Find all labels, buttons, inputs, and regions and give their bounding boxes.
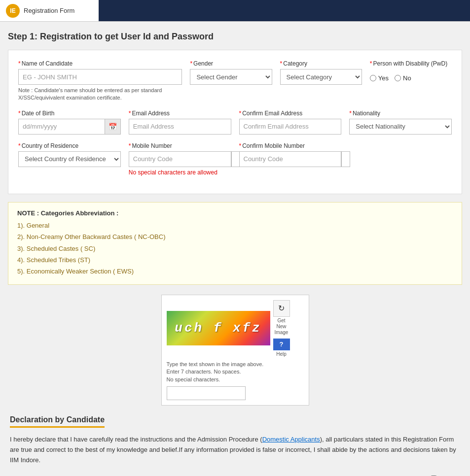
name-note: Note : Candidate's name should be entere… bbox=[18, 87, 182, 102]
captcha-actions: ↻ Get New Image ? Help bbox=[273, 300, 290, 357]
confirm-mobile-number-input[interactable] bbox=[341, 151, 350, 167]
confirm-email-input[interactable] bbox=[239, 119, 342, 135]
category-label: *Category bbox=[280, 60, 362, 67]
list-item: 1). General bbox=[17, 220, 453, 231]
domestic-applicants-link[interactable]: Domestic Applicants bbox=[262, 436, 320, 443]
name-input[interactable] bbox=[18, 69, 182, 85]
captcha-container: uch f xfz ↻ Get New Image ? Help Type th… bbox=[8, 295, 462, 406]
captcha-refresh-button[interactable]: ↻ bbox=[273, 300, 290, 317]
mobile-group: *Mobile Number No special characters are… bbox=[129, 142, 231, 176]
list-item: 3). Scheduled Castes ( SC) bbox=[17, 243, 453, 254]
confirm-mobile-label: *Confirm Mobile Number bbox=[239, 142, 342, 149]
pwd-no-label[interactable]: No bbox=[395, 74, 411, 82]
captcha-input[interactable] bbox=[167, 386, 246, 400]
email-group: *Email Address bbox=[129, 110, 231, 135]
pwd-no-radio[interactable] bbox=[395, 75, 401, 81]
mobile-label: *Mobile Number bbox=[129, 142, 231, 149]
nationality-select[interactable]: Select Nationality Indian Other bbox=[349, 119, 452, 135]
dob-group: *Date of Birth 📅 bbox=[18, 110, 121, 135]
dob-label: *Date of Birth bbox=[18, 110, 121, 117]
captcha-image: uch f xfz bbox=[167, 311, 270, 345]
note-header: NOTE : Categories Abbreviation : bbox=[17, 209, 453, 217]
captcha-box: uch f xfz ↻ Get New Image ? Help Type th… bbox=[161, 295, 309, 406]
dob-input[interactable] bbox=[18, 119, 105, 135]
name-group: *Name of Candidate Note : Candidate's na… bbox=[18, 60, 182, 102]
gender-group: *Gender Select Gender Male Female Transg… bbox=[190, 60, 272, 85]
calendar-icon[interactable]: 📅 bbox=[105, 119, 121, 135]
header: IE Registration Form bbox=[0, 0, 470, 22]
confirm-email-label: *Confirm Email Address bbox=[239, 110, 342, 117]
name-label: *Name of Candidate bbox=[18, 60, 182, 67]
country-residence-select[interactable]: Select Country of Residence bbox=[18, 151, 121, 167]
pwd-label: *Person with Disability (PwD) bbox=[370, 60, 452, 67]
country-residence-label: *Country of Residence bbox=[18, 142, 121, 149]
pwd-radio-group: Yes No bbox=[370, 71, 452, 87]
note-list: 1). General 2). Non-Creamy Other Backwar… bbox=[17, 220, 453, 277]
list-item: 2). Non-Creamy Other Backward Castes ( N… bbox=[17, 231, 453, 242]
registration-form: *Name of Candidate Note : Candidate's na… bbox=[8, 50, 462, 194]
nationality-label: *Nationality bbox=[349, 110, 452, 117]
declaration-section: Declaration by Candidate I hereby declar… bbox=[8, 415, 462, 476]
form-row-1: *Name of Candidate Note : Candidate's na… bbox=[18, 60, 452, 102]
captcha-help-button[interactable]: ? bbox=[273, 339, 290, 350]
list-item: 4). Scheduled Tribes (ST) bbox=[17, 254, 453, 266]
confirm-mobile-country-code-input[interactable] bbox=[239, 151, 342, 167]
note-box: NOTE : Categories Abbreviation : 1). Gen… bbox=[8, 202, 462, 285]
captcha-refresh-label: Get New Image bbox=[273, 318, 290, 336]
declaration-text: I hereby declare that I have carefully r… bbox=[10, 435, 460, 465]
mobile-country-code-input[interactable] bbox=[129, 151, 231, 167]
gender-label: *Gender bbox=[190, 60, 272, 67]
email-input[interactable] bbox=[129, 119, 231, 135]
country-residence-group: *Country of Residence Select Country of … bbox=[18, 142, 121, 167]
gender-select[interactable]: Select Gender Male Female Transgender bbox=[190, 69, 272, 85]
logo-area: IE Registration Form bbox=[0, 0, 99, 21]
mobile-input-row bbox=[129, 151, 231, 167]
captcha-image-row: uch f xfz ↻ Get New Image ? Help bbox=[167, 300, 304, 357]
confirm-email-group: *Confirm Email Address bbox=[239, 110, 342, 135]
confirm-mobile-group: *Confirm Mobile Number bbox=[239, 142, 342, 167]
confirm-mobile-input-row bbox=[239, 151, 342, 167]
page-title: Step 1: Registration to get User Id and … bbox=[8, 32, 462, 42]
dob-input-wrapper: 📅 bbox=[18, 119, 121, 135]
logo-icon: IE bbox=[6, 4, 20, 18]
main-content: Step 1: Registration to get User Id and … bbox=[0, 22, 470, 476]
nationality-group: *Nationality Select Nationality Indian O… bbox=[349, 110, 452, 135]
captcha-help-label: Help bbox=[273, 351, 290, 357]
header-title: Registration Form bbox=[24, 7, 74, 14]
form-row-2: *Date of Birth 📅 *Email Address *Confirm… bbox=[18, 110, 452, 135]
category-group: *Category Select Category General NC-OBC… bbox=[280, 60, 362, 85]
form-row-3: *Country of Residence Select Country of … bbox=[18, 142, 452, 176]
category-select[interactable]: Select Category General NC-OBC SC ST EWS bbox=[280, 69, 362, 85]
pwd-yes-label[interactable]: Yes bbox=[370, 74, 389, 82]
list-item: 5). Economically Weaker Section ( EWS) bbox=[17, 266, 453, 277]
email-label: *Email Address bbox=[129, 110, 231, 117]
no-special-chars-text: No special characters are allowed bbox=[129, 169, 231, 176]
pwd-group: *Person with Disability (PwD) Yes No bbox=[370, 60, 452, 87]
captcha-instruction: Type the text shown in the image above. … bbox=[167, 361, 304, 383]
pwd-yes-radio[interactable] bbox=[370, 75, 376, 81]
declaration-title: Declaration by Candidate bbox=[10, 415, 105, 428]
